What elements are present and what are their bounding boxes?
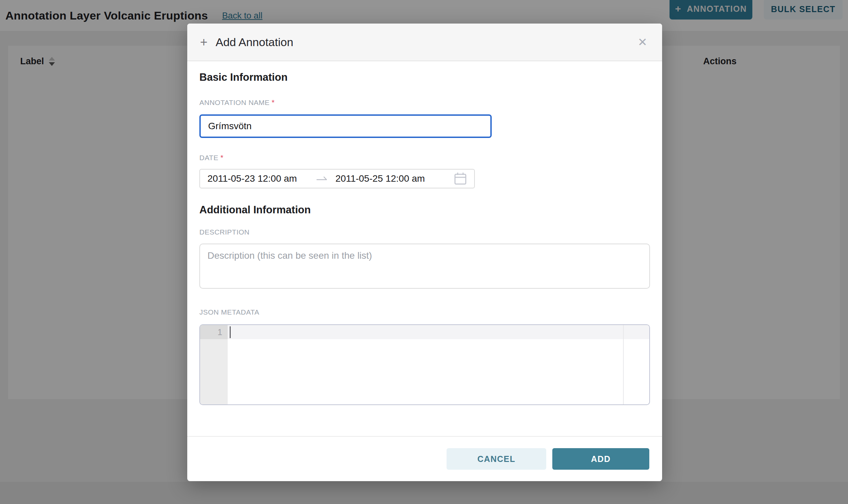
annotation-name-label: ANNOTATION NAME* [200,98,650,107]
modal-title: Add Annotation [215,36,293,49]
swap-right-arrow-icon [309,175,335,182]
description-label: DESCRIPTION [200,228,650,236]
date-start-value[interactable]: 2011-05-23 12:00 am [207,173,309,184]
json-metadata-label: JSON METADATA [200,308,650,316]
section-heading-additional: Additional Information [200,204,650,216]
editor-active-line [228,325,649,339]
cancel-button[interactable]: CANCEL [447,448,546,470]
required-asterisk: * [220,154,223,162]
section-heading-basic: Basic Information [200,71,650,84]
editor-print-margin [623,325,624,404]
plus-icon: + [200,36,207,49]
annotation-name-input[interactable] [200,114,492,138]
calendar-icon[interactable] [454,172,467,185]
date-label: DATE* [200,154,650,162]
date-label-text: DATE [200,154,218,162]
description-textarea[interactable] [200,244,650,289]
required-asterisk: * [272,98,275,107]
editor-text-cursor [230,326,231,338]
editor-line-number: 1 [200,325,228,339]
json-metadata-editor[interactable]: 1 [200,324,650,405]
date-range-picker[interactable]: 2011-05-23 12:00 am 2011-05-25 12:00 am [200,169,475,188]
modal-body: Basic Information ANNOTATION NAME* DATE*… [187,61,662,436]
date-end-value[interactable]: 2011-05-25 12:00 am [335,173,436,184]
modal-footer: CANCEL ADD [187,436,662,481]
annotation-name-label-text: ANNOTATION NAME [200,98,270,106]
add-annotation-modal: + Add Annotation ✕ Basic Information ANN… [187,23,662,481]
close-icon[interactable]: ✕ [636,34,650,50]
add-button[interactable]: ADD [552,448,649,470]
modal-header: + Add Annotation ✕ [187,23,662,61]
